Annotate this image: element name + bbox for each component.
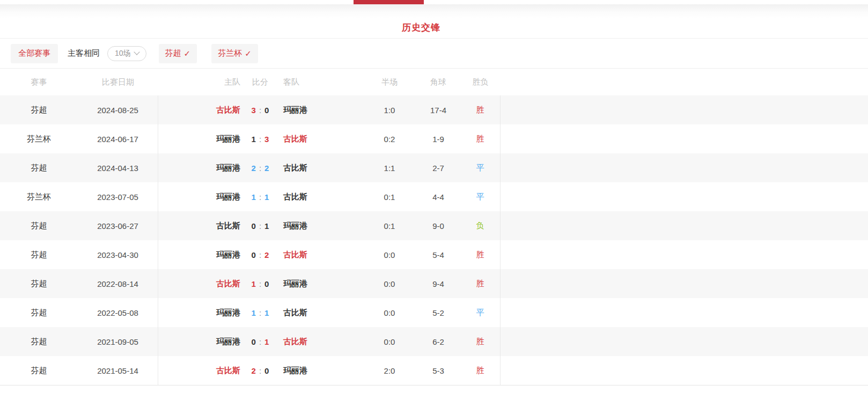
filter-bar: 全部赛事 主客相同 10场 芬超 ✓ 芬兰杯 ✓ — [0, 39, 868, 69]
table-row[interactable]: 芬超 2024-08-25 古比斯 3:0 玛丽港 1:0 17-4 胜 — [0, 95, 868, 124]
cell-halftime: 0:0 — [363, 327, 416, 356]
cell-corners: 5-4 — [416, 240, 460, 269]
cell-result: 平 — [460, 182, 501, 211]
cell-empty — [501, 269, 868, 298]
match-count-dropdown[interactable]: 10场 — [107, 46, 146, 61]
cell-corners: 5-3 — [416, 356, 460, 385]
cell-empty — [501, 182, 868, 211]
header-corners: 角球 — [416, 69, 460, 95]
league-toggle-finnish-cup[interactable]: 芬兰杯 ✓ — [211, 44, 258, 63]
table-row[interactable]: 芬超 2022-05-08 玛丽港 1:1 古比斯 0:0 5-2 平 — [0, 298, 868, 327]
header-competition: 赛事 — [0, 69, 78, 95]
away-score: 0 — [264, 279, 269, 288]
cell-halftime: 0:0 — [363, 240, 416, 269]
cell-empty — [501, 327, 868, 356]
cell-corners: 9-0 — [416, 211, 460, 240]
table-row[interactable]: 芬兰杯 2024-06-17 玛丽港 1:3 古比斯 0:2 1-9 胜 — [0, 124, 868, 153]
cell-halftime: 0:1 — [363, 211, 416, 240]
score-colon: : — [259, 192, 261, 202]
table-row[interactable]: 芬超 2022-08-14 古比斯 1:0 玛丽港 0:0 9-4 胜 — [0, 269, 868, 298]
cell-score: 2:0 — [241, 356, 279, 385]
away-score: 3 — [264, 135, 269, 144]
cell-halftime: 0:0 — [363, 298, 416, 327]
cell-halftime: 0:2 — [363, 124, 416, 153]
cell-date: 2022-08-14 — [78, 269, 158, 298]
home-score: 1 — [252, 279, 256, 288]
cell-corners: 9-4 — [416, 269, 460, 298]
cell-empty — [501, 211, 868, 240]
cell-competition: 芬超 — [0, 211, 78, 240]
cell-home-team: 玛丽港 — [158, 240, 241, 269]
away-score: 0 — [264, 106, 269, 115]
table-row[interactable]: 芬兰杯 2023-07-05 玛丽港 1:1 古比斯 0:1 4-4 平 — [0, 182, 868, 211]
cell-corners: 6-2 — [416, 327, 460, 356]
cell-away-team: 玛丽港 — [279, 356, 363, 385]
table-row[interactable]: 芬超 2023-06-27 古比斯 0:1 玛丽港 0:1 9-0 负 — [0, 211, 868, 240]
cell-halftime: 0:1 — [363, 182, 416, 211]
cell-corners: 17-4 — [416, 95, 460, 124]
cell-empty — [501, 153, 868, 182]
away-score: 2 — [264, 250, 269, 259]
cell-competition: 芬兰杯 — [0, 182, 78, 211]
cell-score: 2:2 — [241, 153, 279, 182]
cell-home-team: 玛丽港 — [158, 327, 241, 356]
away-score: 1 — [264, 221, 269, 231]
cell-corners: 5-2 — [416, 298, 460, 327]
score-colon: : — [259, 135, 261, 144]
cell-halftime: 0:0 — [363, 269, 416, 298]
away-score: 1 — [264, 192, 269, 202]
cell-halftime: 1:0 — [363, 95, 416, 124]
league-toggle-finnish-premier[interactable]: 芬超 ✓ — [159, 44, 197, 63]
cell-score: 0:2 — [241, 240, 279, 269]
table-row[interactable]: 芬超 2023-04-30 玛丽港 0:2 古比斯 0:0 5-4 胜 — [0, 240, 868, 269]
table-row[interactable]: 芬超 2021-05-14 古比斯 2:0 玛丽港 2:0 5-3 胜 — [0, 356, 868, 385]
same-home-away-label: 主客相同 — [68, 48, 100, 58]
home-score: 0 — [252, 250, 256, 259]
cell-away-team: 古比斯 — [279, 124, 363, 153]
cell-empty — [501, 298, 868, 327]
table-body: 芬超 2024-08-25 古比斯 3:0 玛丽港 1:0 17-4 胜 芬兰杯… — [0, 95, 868, 385]
away-score: 1 — [264, 308, 269, 317]
away-score: 0 — [264, 366, 269, 375]
cell-home-team: 古比斯 — [158, 356, 241, 385]
top-tab-strip — [0, 0, 868, 4]
check-icon: ✓ — [184, 49, 191, 58]
header-home-team: 主队 — [158, 69, 241, 95]
all-matches-button[interactable]: 全部赛事 — [11, 44, 58, 63]
league-toggle-label: 芬兰杯 — [218, 48, 242, 58]
home-score: 2 — [252, 366, 256, 375]
cell-result: 胜 — [460, 356, 501, 385]
table-row[interactable]: 芬超 2024-04-13 玛丽港 2:2 古比斯 1:1 2-7 平 — [0, 153, 868, 182]
home-score: 3 — [252, 106, 256, 115]
cell-competition: 芬超 — [0, 95, 78, 124]
cell-result: 胜 — [460, 269, 501, 298]
cell-away-team: 玛丽港 — [279, 269, 363, 298]
score-colon: : — [259, 279, 261, 288]
away-score: 2 — [264, 164, 269, 173]
header-empty — [501, 69, 868, 95]
cell-away-team: 玛丽港 — [279, 211, 363, 240]
cell-home-team: 玛丽港 — [158, 124, 241, 153]
cell-away-team: 古比斯 — [279, 327, 363, 356]
cell-home-team: 玛丽港 — [158, 182, 241, 211]
home-score: 1 — [252, 135, 256, 144]
cell-empty — [501, 95, 868, 124]
page-title: 历史交锋 — [402, 23, 440, 33]
cell-away-team: 古比斯 — [279, 153, 363, 182]
cell-score: 1:1 — [241, 298, 279, 327]
cell-result: 平 — [460, 153, 501, 182]
score-colon: : — [259, 164, 261, 173]
header-away-team: 客队 — [279, 69, 363, 95]
table-row[interactable]: 芬超 2021-09-05 玛丽港 0:1 古比斯 0:0 6-2 胜 — [0, 327, 868, 356]
cell-date: 2021-09-05 — [78, 327, 158, 356]
cell-result: 胜 — [460, 240, 501, 269]
home-score: 1 — [252, 192, 256, 202]
cell-date: 2022-05-08 — [78, 298, 158, 327]
cell-competition: 芬超 — [0, 327, 78, 356]
cell-away-team: 玛丽港 — [279, 95, 363, 124]
cell-halftime: 2:0 — [363, 356, 416, 385]
cell-home-team: 古比斯 — [158, 211, 241, 240]
cell-result: 胜 — [460, 124, 501, 153]
cell-result: 负 — [460, 211, 501, 240]
score-colon: : — [259, 337, 261, 346]
